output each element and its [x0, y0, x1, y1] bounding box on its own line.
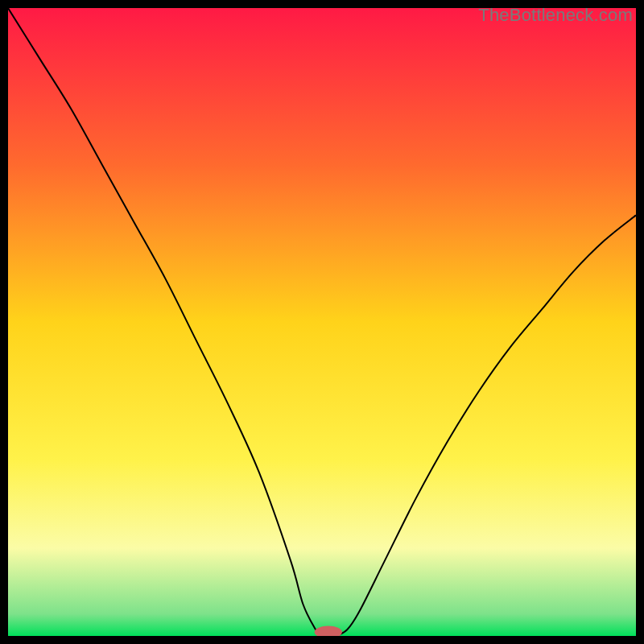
- watermark-text: TheBottleneck.com: [478, 5, 633, 26]
- chart-background: [8, 8, 636, 636]
- chart-plot: [8, 8, 636, 636]
- chart-svg: [8, 8, 636, 636]
- chart-frame: TheBottleneck.com: [0, 0, 644, 644]
